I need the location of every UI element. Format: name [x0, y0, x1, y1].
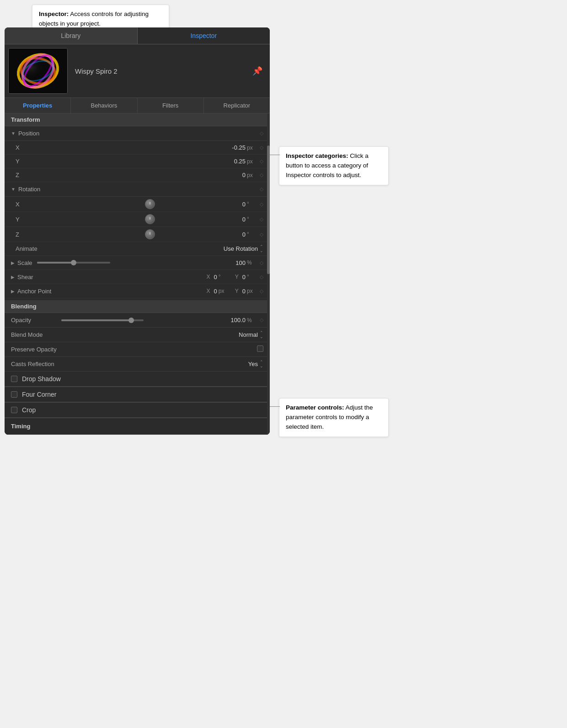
tab-inspector[interactable]: Inspector — [138, 27, 270, 44]
category-properties[interactable]: Properties — [5, 98, 71, 113]
preview-title: Wispy Spiro 2 — [75, 67, 252, 75]
position-z-value[interactable]: 0 — [242, 172, 246, 178]
anchor-diamond[interactable]: ◇ — [260, 288, 263, 294]
scale-diamond[interactable]: ◇ — [260, 260, 263, 266]
anchor-y-label: Y — [235, 288, 239, 294]
rotation-y-value[interactable]: 0 — [242, 216, 246, 223]
opacity-unit: % — [247, 317, 256, 324]
svg-point-6 — [20, 58, 47, 80]
rotation-x-diamond[interactable]: ◇ — [260, 201, 263, 207]
rotation-x-row: X 0 ° ◇ — [5, 197, 270, 212]
rotation-x-value[interactable]: 0 — [242, 201, 246, 208]
inspector-content: Transform Position ◇ X -0.25 px ◇ Y 0.25… — [5, 113, 270, 435]
scale-triangle[interactable] — [11, 260, 15, 265]
casts-reflection-selector[interactable]: Yes ⌃⌄ — [248, 360, 263, 368]
crop-checkbox[interactable] — [11, 407, 17, 413]
anchor-x-value[interactable]: 0 — [214, 288, 217, 295]
rotation-diamond[interactable]: ◇ — [260, 186, 263, 192]
scale-value[interactable]: 100 — [235, 259, 246, 266]
rotation-y-diamond[interactable]: ◇ — [260, 216, 263, 222]
position-x-row: X -0.25 px ◇ — [5, 141, 270, 155]
position-diamond[interactable]: ◇ — [260, 130, 263, 136]
rotation-z-unit: ° — [247, 231, 256, 237]
parameter-callout-title: Parameter controls: — [286, 404, 344, 411]
animate-value: Use Rotation — [224, 245, 258, 252]
position-x-label: X — [16, 144, 61, 151]
opacity-row: Opacity 100.0 % ◇ — [5, 313, 270, 328]
blend-mode-row: Blend Mode Normal ⌃⌄ — [5, 328, 270, 342]
anchor-triangle[interactable] — [11, 289, 15, 294]
scale-slider-fill — [37, 262, 74, 264]
shear-diamond[interactable]: ◇ — [260, 274, 263, 280]
rotation-z-label: Z — [16, 231, 61, 238]
timing-section-header: Timing — [5, 418, 270, 435]
blend-mode-label: Blend Mode — [11, 331, 57, 338]
opacity-slider[interactable] — [61, 319, 144, 321]
categories-bar: Properties Behaviors Filters Replicator — [5, 98, 270, 113]
shear-x-value[interactable]: 0 — [214, 274, 217, 280]
anchor-y-value[interactable]: 0 — [242, 288, 246, 295]
anchor-y-unit: px — [247, 288, 256, 294]
rotation-triangle — [11, 187, 16, 192]
position-x-diamond[interactable]: ◇ — [260, 145, 263, 151]
position-z-unit: px — [247, 172, 256, 178]
position-x-value[interactable]: -0.25 — [232, 144, 246, 151]
opacity-slider-thumb[interactable] — [128, 318, 134, 323]
rotation-x-label: X — [16, 201, 61, 208]
category-filters[interactable]: Filters — [138, 98, 204, 113]
position-disclosure[interactable]: Position ◇ — [5, 126, 270, 141]
position-y-row: Y 0.25 px ◇ — [5, 155, 270, 168]
rotation-y-dial[interactable] — [145, 214, 155, 224]
rotation-z-dial[interactable] — [145, 229, 155, 239]
scrollbar[interactable] — [267, 113, 270, 435]
shear-row: Shear X 0 ° Y 0 ° ◇ — [5, 270, 270, 284]
four-corner-checkbox[interactable] — [11, 391, 17, 398]
rotation-z-row: Z 0 ° ◇ — [5, 227, 270, 242]
shear-fields: X 0 ° Y 0 ° — [33, 274, 256, 280]
crop-section[interactable]: Crop — [5, 403, 270, 418]
category-behaviors[interactable]: Behaviors — [71, 98, 137, 113]
category-replicator[interactable]: Replicator — [204, 98, 270, 113]
scale-slider-thumb[interactable] — [71, 260, 76, 265]
position-label: Position — [18, 130, 39, 137]
animate-selector[interactable]: Use Rotation ⌃⌄ — [224, 245, 263, 253]
rotation-z-diamond[interactable]: ◇ — [260, 232, 263, 237]
position-x-unit: px — [247, 145, 256, 151]
rotation-y-row: Y 0 ° ◇ — [5, 212, 270, 227]
preview-thumbnail — [8, 48, 68, 94]
position-z-diamond[interactable]: ◇ — [260, 172, 263, 178]
opacity-value[interactable]: 100.0 — [230, 317, 246, 324]
position-y-unit: px — [247, 158, 256, 165]
shear-y-unit: ° — [247, 274, 256, 280]
preserve-opacity-label: Preserve Opacity — [11, 346, 57, 353]
anchor-point-row: Anchor Point X 0 px Y 0 px ◇ — [5, 284, 270, 298]
shear-triangle[interactable] — [11, 275, 15, 280]
position-y-value[interactable]: 0.25 — [234, 158, 246, 165]
shear-y-value[interactable]: 0 — [242, 274, 246, 280]
shear-y-label: Y — [235, 274, 239, 280]
rotation-x-unit: ° — [247, 201, 256, 207]
inspector-panel: Library Inspector Wispy Spiro 2 📌 — [5, 27, 270, 435]
four-corner-section[interactable]: Four Corner — [5, 387, 270, 402]
rotation-z-value[interactable]: 0 — [242, 231, 246, 238]
casts-reflection-arrows: ⌃⌄ — [260, 360, 263, 368]
opacity-label: Opacity — [11, 317, 57, 324]
opacity-diamond[interactable]: ◇ — [260, 317, 263, 323]
tab-library[interactable]: Library — [5, 27, 138, 44]
scale-unit: % — [247, 259, 256, 266]
rotation-x-dial[interactable] — [145, 199, 155, 209]
drop-shadow-section[interactable]: Drop Shadow — [5, 372, 270, 387]
pin-icon[interactable]: 📌 — [252, 66, 262, 76]
scrollbar-thumb[interactable] — [267, 146, 270, 274]
preserve-opacity-checkbox[interactable] — [257, 345, 263, 352]
rotation-disclosure[interactable]: Rotation ◇ — [5, 182, 270, 197]
position-y-diamond[interactable]: ◇ — [260, 158, 263, 164]
blend-mode-selector[interactable]: Normal ⌃⌄ — [239, 331, 263, 339]
animate-label: Animate — [16, 245, 61, 252]
preserve-opacity-row: Preserve Opacity — [5, 342, 270, 357]
drop-shadow-checkbox[interactable] — [11, 376, 17, 382]
inspector-categories-callout: Inspector categories: Click a button to … — [279, 146, 389, 185]
scale-label: Scale — [17, 259, 32, 266]
scale-row: Scale 100 % ◇ — [5, 256, 270, 270]
scale-slider[interactable] — [37, 262, 110, 264]
